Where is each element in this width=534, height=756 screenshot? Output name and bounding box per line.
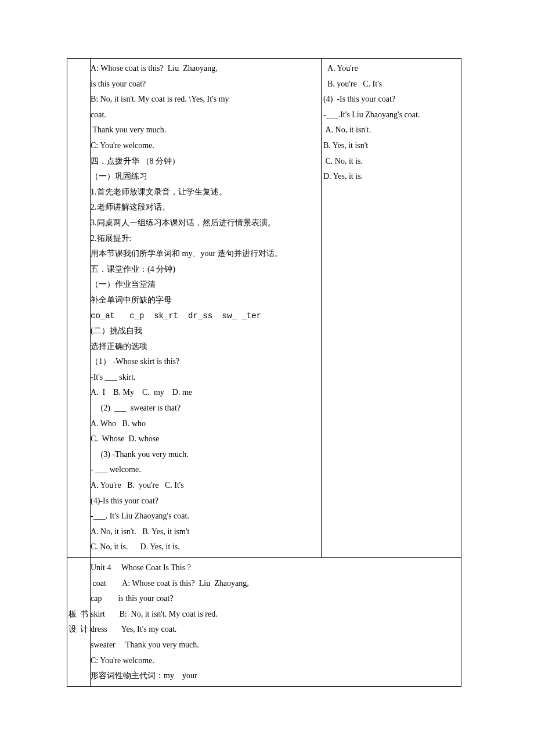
center-line: is this your coat? [91,77,319,92]
center-line: A. Who B. who [91,416,319,432]
center-line: 四．点拨升华 （8 分钟） [91,154,319,170]
center-line: 2.老师讲解这段对话。 [91,200,319,215]
banshu-line: sweater Thank you very much. [91,638,459,653]
center-line: A. No, it isn't. B. Yes, it ism't [91,524,319,540]
center-line: 选择正确的选项 [91,339,319,355]
banshu-line: cap is this your coat? [91,591,459,607]
right-line: A. No, it isn't. [323,123,461,138]
center-line: -___. It's Liu Zhaoyang's coat. [91,509,319,524]
center-line: 3.同桌两人一组练习本课对话，然后进行情景表演。 [91,215,319,231]
banshu-line: coat A: Whose coat is this? Liu Zhaoyang… [91,576,459,592]
center-line: A. I B. My C. my D. me [91,385,319,401]
center-line: A. You're B. you're C. It's [91,478,319,494]
center-line: （一）作业当堂清 [91,277,319,293]
center-line: (3) -Thank you very much. [91,447,319,463]
center-line: 五．课堂作业：(4 分钟) [91,262,319,278]
banshu-line: skirt B: No, it isn't. My coat is red. [91,607,459,622]
center-line: （1） -Whose skirt is this? [91,354,319,370]
center-line: 2.拓展提升: [91,231,319,247]
banshu-line: 形容词性物主代词：my your [91,668,459,684]
center-line: (2) ___ sweater is that? [91,401,319,416]
row1-content: A: Whose coat is this? Liu Zhaoyang, is … [91,59,461,558]
right-column: A. You're B. you're C. It's (4) -Is this… [322,59,461,557]
center-line: -It's ___ skirt. [91,370,319,386]
banshu-line: Unit 4 Whose Coat Is This ? [91,560,459,576]
center-line: （一）巩固练习 [91,169,319,185]
right-line: -___.It's Liu Zhaoyang's coat. [323,107,461,123]
banshu-content-cell: Unit 4 Whose Coat Is This ? coat A: Whos… [91,558,461,686]
right-line: A. You're [323,61,461,77]
center-column: A: Whose coat is this? Liu Zhaoyang, is … [91,59,322,557]
right-line: D. Yes, it is. [323,169,461,185]
center-line: coat. [91,107,319,123]
right-line: B. you're C. It's [323,77,461,92]
row1-left-blank [67,59,91,558]
right-line: C. No, it is. [323,154,461,170]
right-line: (4) -Is this your coat? [323,92,461,107]
right-line: B. Yes, it isn't [323,138,461,154]
center-line: C. No, it is. D. Yes, it is. [91,539,319,555]
center-line: C. Whose D. whose [91,431,319,447]
center-line: B: No, it isn't. My coat is red. \Yes, I… [91,92,319,107]
lesson-table: A: Whose coat is this? Liu Zhaoyang, is … [67,58,461,687]
center-line: (4)-Is this your coat? [91,494,319,509]
banshu-label-line2: 设 计 [68,622,89,638]
center-line: 补全单词中所缺的字母 [91,293,319,308]
center-line: (二）挑战自我 [91,323,319,339]
banshu-label-line1: 板 书 [68,607,89,622]
center-line: 用本节课我们所学单词和 my、your 造句并进行对话。 [91,246,319,262]
banshu-label-cell: 板 书 设 计 [67,558,91,686]
center-line: C: You're welcome. [91,138,319,154]
center-line: - ___ welcome. [91,462,319,478]
center-line: A: Whose coat is this? Liu Zhaoyang, [91,61,319,77]
banshu-line: dress Yes, It's my coat. [91,622,459,638]
center-line: Thank you very much. [91,123,319,138]
center-line: 1.首先老师放课文录音，让学生复述。 [91,185,319,200]
center-line: co_at c_p sk_rt dr_ss sw_ _ter [91,308,319,324]
banshu-line: C: You're welcome. [91,653,459,669]
